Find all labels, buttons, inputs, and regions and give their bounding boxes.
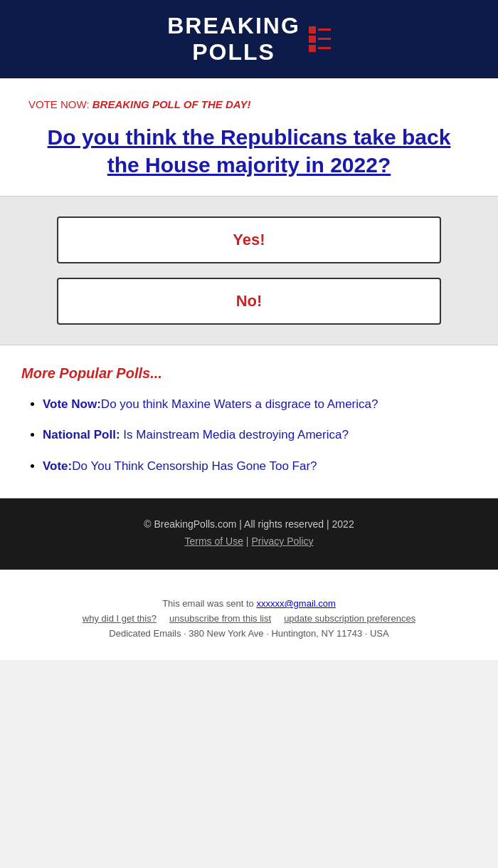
logo-text: BREAKING POLLS: [167, 13, 300, 66]
email-footer-link-row: why did I get this? unsubscribe from thi…: [14, 613, 484, 624]
icon-line: [318, 38, 331, 40]
poll-link-2-text: Is Mainstream Media destroying America?: [120, 428, 349, 441]
update-preferences-link[interactable]: update subscription preferences: [284, 613, 415, 624]
header: BREAKING POLLS: [0, 0, 498, 78]
list-item: Vote Now:Do you think Maxine Waters a di…: [43, 396, 477, 413]
poll-link-3-bold: Vote:: [43, 459, 72, 473]
unsubscribe-link[interactable]: unsubscribe from this list: [169, 613, 271, 624]
logo-icon: [309, 26, 331, 52]
poll-link-1-bold: Vote Now:: [43, 397, 101, 411]
logo-line1: BREAKING: [167, 13, 300, 38]
icon-row-2: [309, 36, 331, 43]
voting-section: Yes! No!: [0, 197, 498, 345]
footer: © BreakingPolls.com | All rights reserve…: [0, 498, 498, 570]
email-sent-to: This email was sent to xxxxxx@gmail.com: [14, 598, 484, 609]
icon-row-1: [309, 26, 331, 33]
icon-row-3: [309, 45, 331, 52]
yes-button[interactable]: Yes!: [57, 216, 441, 263]
email-footer: This email was sent to xxxxxx@gmail.com …: [0, 570, 498, 660]
poll-link-3[interactable]: Vote:Do You Think Censorship Has Gone To…: [43, 459, 317, 473]
why-link[interactable]: why did I get this?: [83, 613, 157, 624]
icon-square: [309, 36, 316, 43]
footer-spacer2: [274, 613, 282, 624]
icon-square: [309, 26, 316, 33]
footer-spacer: [159, 613, 167, 624]
poll-link-1[interactable]: Vote Now:Do you think Maxine Waters a di…: [43, 397, 378, 411]
polls-list: Vote Now:Do you think Maxine Waters a di…: [21, 396, 477, 475]
footer-copyright: © BreakingPolls.com | All rights reserve…: [14, 518, 484, 530]
footer-links: Terms of Use | Privacy Policy: [14, 535, 484, 547]
icon-line: [318, 28, 331, 31]
logo-line2: POLLS: [192, 39, 275, 65]
no-button[interactable]: No!: [57, 278, 441, 325]
icon-line: [318, 47, 331, 49]
sent-to-prefix: This email was sent to: [162, 598, 256, 609]
list-item: Vote:Do You Think Censorship Has Gone To…: [43, 458, 477, 475]
vote-label-plain: VOTE NOW:: [28, 98, 92, 110]
poll-link-2-bold: National Poll:: [43, 428, 120, 441]
poll-question-text: Do you think the Republicans take back t…: [28, 123, 470, 179]
privacy-link[interactable]: Privacy Policy: [251, 535, 313, 547]
more-polls-title: More Popular Polls...: [21, 365, 477, 382]
poll-link-3-text: Do You Think Censorship Has Gone Too Far…: [72, 459, 317, 473]
email-address-link[interactable]: xxxxxx@gmail.com: [256, 598, 335, 609]
list-item: National Poll: Is Mainstream Media destr…: [43, 427, 477, 444]
poll-link-2[interactable]: National Poll: Is Mainstream Media destr…: [43, 428, 349, 441]
logo-container: BREAKING POLLS: [14, 13, 484, 66]
terms-link[interactable]: Terms of Use: [184, 535, 243, 547]
poll-question-section: VOTE NOW: BREAKING POLL OF THE DAY! Do y…: [0, 78, 498, 197]
email-footer-address: Dedicated Emails · 380 New York Ave · Hu…: [14, 628, 484, 639]
more-polls-section: More Popular Polls... Vote Now:Do you th…: [0, 345, 498, 498]
vote-label-italic: BREAKING POLL OF THE DAY!: [92, 98, 251, 110]
poll-link-1-text: Do you think Maxine Waters a disgrace to…: [101, 397, 378, 411]
icon-square: [309, 45, 316, 52]
vote-now-label: VOTE NOW: BREAKING POLL OF THE DAY!: [28, 98, 470, 110]
